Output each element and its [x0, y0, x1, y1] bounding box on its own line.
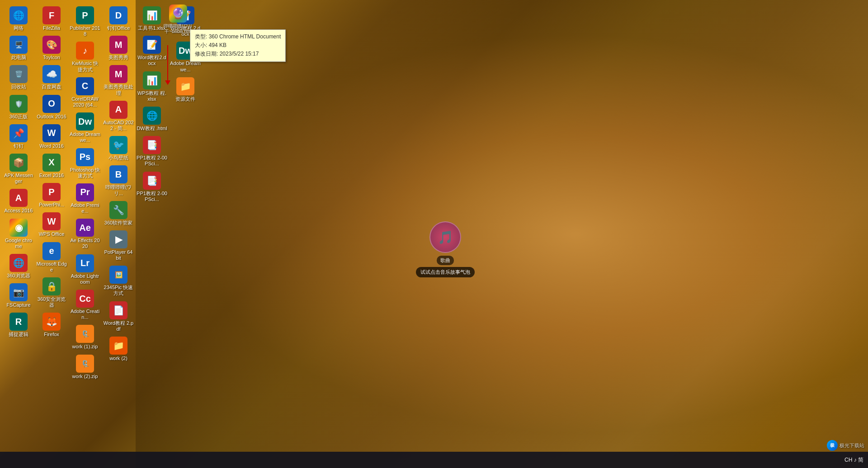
- desktop-icon-firefox[interactable]: 🦊Firefox: [35, 311, 68, 339]
- desktop-icon-fscapture[interactable]: 📷FSCapture: [2, 281, 35, 310]
- lightroom-label: Adobe Lightroom: [70, 273, 100, 285]
- desktop-icon-pin[interactable]: 📌钉钉: [2, 122, 35, 151]
- desktop-icon-qingyuan[interactable]: 📁资源文件: [169, 75, 202, 104]
- desktop-icon-xiaoniao[interactable]: 🐦小鸟壁纸: [102, 134, 135, 163]
- desktop-icon-work2[interactable]: 📁work (2): [102, 335, 135, 363]
- apk-icon: 📦: [9, 154, 28, 172]
- desktop-icon-meitushow[interactable]: M美图秀秀: [102, 34, 135, 62]
- desktop-icon-apk[interactable]: 📦APK Messenger: [2, 152, 35, 186]
- desktop-icon-meitupatch[interactable]: M美图秀秀批处理: [102, 63, 135, 98]
- desktop-icon-bocailuoji[interactable]: R捕捉逻辑: [2, 311, 35, 339]
- desktop-icon-360safe[interactable]: 🛡️360正版: [2, 93, 35, 122]
- dragged-file-icon: 🔮: [169, 5, 187, 23]
- 360browser-label: 360浏览器: [7, 273, 30, 279]
- desktop-icon-2345pic[interactable]: 🖼️2345Pic 快速方式: [102, 264, 135, 298]
- watermark-text: 极光下载站: [840, 442, 864, 449]
- desktop-icon-kwmusic[interactable]: ♪KwMusic 快捷方式: [69, 40, 101, 74]
- excel-icon: X: [42, 154, 61, 172]
- adobedw-label: Adobe Dreamwe...: [170, 61, 201, 72]
- desktop-icon-360component[interactable]: 🔧360软件管家: [102, 199, 135, 228]
- desktop-icon-wordtutorial[interactable]: 📄Word教程 2.pdf: [102, 300, 135, 334]
- music-hint: 试试点击音乐故事气泡: [416, 267, 475, 277]
- filezilla-icon: F: [42, 6, 61, 24]
- desktop-icon-wpsoffice[interactable]: WWPS Office: [35, 211, 68, 239]
- desktop-icon-360secbrowser[interactable]: 🔒360安全浏览器: [35, 276, 68, 310]
- meitupatch-icon: M: [109, 65, 127, 83]
- desktop-icon-baidunetdisk[interactable]: ☁️百度网盘: [35, 63, 68, 92]
- desktop-icon-autocad[interactable]: AAutoCAD 2022 - 简...: [102, 99, 135, 133]
- desktop-icon-coreldraw[interactable]: CCorelDRAW 2020 (64...: [69, 75, 101, 110]
- publisher-label: Publisher 2018: [70, 25, 100, 37]
- desktop-icon-recycle[interactable]: 🗑️回收站: [2, 63, 35, 92]
- work2zip-icon: 🗜️: [76, 355, 94, 373]
- desktop-icon-wordtutorial2[interactable]: 📝Word教程2.docx: [136, 34, 168, 68]
- desktop-icon-premierepro[interactable]: PrAdobe Premie...: [69, 182, 101, 216]
- desktop-icon-pc[interactable]: 🖥️此电脑: [2, 34, 35, 62]
- powerpoint-icon: P: [42, 183, 61, 201]
- ppttutorial2-label: PP1教程 2-00PSci...: [137, 191, 167, 202]
- pc-icon: 🖥️: [9, 36, 28, 54]
- premierepro-label: Adobe Premie...: [70, 202, 100, 214]
- desktop-icon-aftereffects[interactable]: AeAe Effects 2020: [69, 217, 101, 251]
- wordtutorial-label: Word教程 2.pdf: [103, 320, 134, 332]
- baidunetdisk-icon: ☁️: [42, 65, 61, 83]
- desktop-icon-360browser[interactable]: 🌐360浏览器: [2, 252, 35, 281]
- 360component-label: 360软件管家: [104, 220, 132, 226]
- desktop-icon-toycon[interactable]: 🎨ToyIcon: [35, 34, 68, 62]
- desktop-icon-pptutorial[interactable]: 📑PP1教程 2-00PSci...: [136, 134, 168, 168]
- word-label: Word 2016: [39, 143, 64, 149]
- desktop-icon-adobecreative[interactable]: CcAdobe Creatin...: [69, 288, 101, 322]
- adobecreative-label: Adobe Creatin...: [70, 309, 100, 320]
- desktop-icon-word[interactable]: WWord 2016: [35, 122, 68, 151]
- baidunetdisk-label: 百度网盘: [42, 84, 61, 90]
- qingyuan-icon: 📁: [176, 77, 194, 95]
- desktop-icon-dingding2[interactable]: B哔哩哔哩(ワリ...: [102, 164, 135, 198]
- desktop-icon-photoshop[interactable]: PsPhotoshop 快速方式: [69, 146, 101, 181]
- desktop-icon-network[interactable]: 🌐网络: [2, 5, 35, 33]
- wordtutorial2-label: Word教程2.docx: [137, 55, 167, 66]
- desktop-icon-dingtalk[interactable]: D钉钉Office: [102, 5, 135, 33]
- desktop-icon-potplayer[interactable]: ▶PotPlayer 64 bit: [102, 229, 135, 263]
- desktop-icon-work2zip[interactable]: 🗜️work (2).zip: [69, 353, 101, 381]
- work2-label: work (2): [109, 356, 127, 361]
- coreldraw-icon: C: [76, 77, 94, 95]
- desktop-icon-access[interactable]: AAccess 2016: [2, 187, 35, 215]
- desktop-icon-msedge[interactable]: eMicrosoft Edge: [35, 240, 68, 275]
- meitupatch-label: 美图秀秀批处理: [103, 84, 134, 96]
- desktop-icon-dreamweaver[interactable]: DwAdobe Dreamwe...: [69, 111, 101, 145]
- desktop-icon-excel[interactable]: XExcel 2016: [35, 152, 68, 180]
- desktop-icon-googlechrome[interactable]: ◉Google chrome: [2, 217, 35, 251]
- dingding2-icon: B: [109, 165, 127, 183]
- music-avatar: 🎵: [429, 221, 461, 253]
- lightroom-icon: Lr: [76, 254, 94, 272]
- dreamweaver-icon: Dw: [76, 112, 94, 131]
- music-bubble[interactable]: 🎵 歌曲 试试点击音乐故事气泡: [416, 221, 475, 277]
- desktop-icon-lightroom[interactable]: LrAdobe Lightroom: [69, 253, 101, 287]
- desktop-icon-ppttutorial2[interactable]: 📑PP1教程 2-00PSci...: [136, 170, 168, 204]
- googlechrome-icon: ◉: [9, 219, 28, 237]
- powerpoint-label: PowerPhi...: [39, 202, 64, 208]
- tooltip-type-value: 360 Chrome HTML Document: [209, 33, 281, 40]
- dreamweaver-label: Adobe Dreamwe...: [70, 131, 100, 143]
- desktop-icon-filezilla[interactable]: FFileZilla: [35, 5, 68, 33]
- 360secbrowser-label: 360安全浏览器: [36, 296, 67, 308]
- desktop-icon-powerpoint[interactable]: PPowerPhi...: [35, 181, 68, 210]
- bocailuoji-icon: R: [9, 313, 28, 331]
- 2345pic-label: 2345Pic 快速方式: [103, 285, 134, 296]
- watermark-logo: 极: [827, 440, 838, 451]
- desktop-icon-wpstutorial[interactable]: 📊WPS教程 程.xlsx: [136, 70, 168, 104]
- desktop-icon-work1zip[interactable]: 🗜️work (1).zip: [69, 323, 101, 351]
- ime-indicator[interactable]: CH ♪ 简: [844, 456, 863, 464]
- desktop-icon-publisher[interactable]: PPublisher 2018: [69, 5, 101, 39]
- outlook-icon: O: [42, 95, 61, 113]
- apk-label: APK Messenger: [3, 173, 34, 184]
- access-icon: A: [9, 189, 28, 207]
- filezilla-label: FileZilla: [43, 25, 60, 31]
- desktop-icon-outlook[interactable]: OOutlook 2016: [35, 93, 68, 122]
- wordtutorial2-icon: 📝: [143, 36, 161, 54]
- recycle-label: 回收站: [11, 84, 26, 90]
- meitushow-label: 美图秀秀: [108, 55, 128, 61]
- word-icon: W: [42, 124, 61, 142]
- desktop-icon-dwtutorial[interactable]: 🌐DW教程 .html: [136, 105, 168, 133]
- pin-label: 钉钉: [14, 143, 24, 149]
